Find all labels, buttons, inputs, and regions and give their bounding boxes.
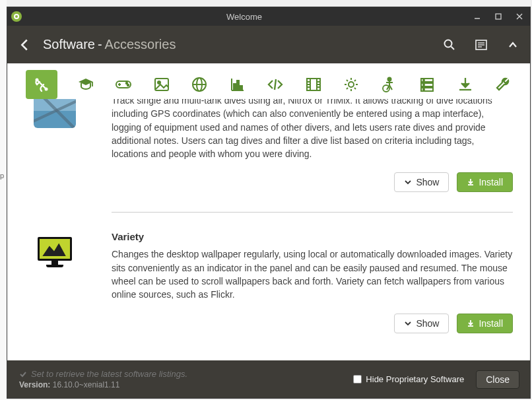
svg-point-47 bbox=[423, 84, 424, 86]
show-button-label: Show bbox=[416, 318, 439, 329]
svg-rect-3 bbox=[496, 14, 501, 19]
breadcrumb-sub: Accessories bbox=[105, 37, 176, 52]
category-accessories[interactable] bbox=[26, 70, 57, 99]
window-controls bbox=[467, 7, 530, 26]
welcome-window: Welcome Software - Accessories bbox=[7, 7, 531, 399]
category-programming[interactable] bbox=[265, 75, 285, 94]
app-description: Changes the desktop wallpaper regularly,… bbox=[112, 248, 513, 301]
svg-point-41 bbox=[387, 78, 391, 81]
category-office[interactable] bbox=[228, 75, 248, 94]
svg-rect-28 bbox=[237, 81, 239, 90]
show-button-label: Show bbox=[416, 177, 439, 187]
apps-list[interactable]: Track single and multi-tank dives using … bbox=[34, 99, 513, 360]
install-button[interactable]: Install bbox=[457, 172, 513, 192]
breadcrumb-main[interactable]: Software bbox=[43, 37, 95, 52]
listing-status: Set to retrieve the latest software list… bbox=[19, 369, 187, 379]
version-label: Version: bbox=[19, 380, 50, 389]
app-item-variety: Variety Changes the desktop wallpaper re… bbox=[34, 231, 513, 352]
close-window-button[interactable] bbox=[509, 7, 530, 26]
app-menu-icon[interactable] bbox=[11, 11, 22, 22]
app-item-subsurface: Track single and multi-tank dives using … bbox=[34, 99, 513, 212]
svg-point-46 bbox=[423, 80, 424, 81]
chevron-down-icon bbox=[404, 319, 412, 327]
hide-proprietary-label: Hide Proprietary Software bbox=[366, 374, 464, 384]
install-button-label: Install bbox=[479, 318, 503, 329]
download-icon bbox=[467, 319, 475, 327]
titlebar: Welcome bbox=[7, 7, 530, 26]
show-button[interactable]: Show bbox=[394, 314, 449, 333]
window-title: Welcome bbox=[22, 12, 467, 22]
category-system[interactable] bbox=[341, 75, 361, 94]
svg-point-48 bbox=[423, 89, 424, 90]
app-description: Track single and multi-tank dives using … bbox=[112, 99, 513, 160]
category-downloads[interactable] bbox=[455, 75, 475, 94]
search-button[interactable] bbox=[443, 38, 456, 51]
svg-point-19 bbox=[127, 84, 129, 86]
background-text-fragment: p bbox=[0, 172, 4, 180]
toolbar: Software - Accessories bbox=[7, 26, 530, 63]
svg-rect-29 bbox=[240, 86, 242, 90]
back-button[interactable] bbox=[18, 38, 31, 51]
version-info: Version: 16.10.0~xenial1.11 bbox=[19, 380, 187, 389]
listing-status-text: Set to retrieve the latest software list… bbox=[31, 369, 187, 379]
category-accessibility[interactable] bbox=[380, 75, 399, 94]
category-tools[interactable] bbox=[493, 75, 513, 94]
svg-point-1 bbox=[15, 15, 18, 18]
background-window-edge bbox=[0, 0, 7, 400]
check-icon bbox=[19, 370, 27, 378]
svg-point-18 bbox=[126, 83, 127, 84]
download-icon bbox=[467, 178, 475, 186]
minimize-button[interactable] bbox=[467, 7, 488, 26]
collapse-up-button[interactable] bbox=[506, 38, 519, 51]
category-graphics[interactable] bbox=[152, 75, 172, 94]
hide-proprietary-checkbox[interactable]: Hide Proprietary Software bbox=[353, 374, 464, 384]
statusbar: Set to retrieve the latest software list… bbox=[7, 360, 530, 398]
category-strip bbox=[26, 70, 513, 99]
category-video[interactable] bbox=[304, 75, 323, 94]
version-value: 16.10.0~xenial1.11 bbox=[53, 380, 120, 389]
svg-line-7 bbox=[451, 46, 455, 50]
app-icon-subsurface bbox=[34, 99, 76, 128]
install-button-label: Install bbox=[479, 177, 503, 187]
svg-point-13 bbox=[45, 88, 48, 91]
svg-point-12 bbox=[36, 79, 39, 82]
breadcrumb-separator: - bbox=[98, 37, 102, 52]
chevron-down-icon bbox=[404, 178, 412, 186]
svg-point-40 bbox=[349, 82, 354, 87]
close-button[interactable]: Close bbox=[476, 370, 519, 389]
content-area: Track single and multi-tank dives using … bbox=[7, 63, 530, 360]
show-button[interactable]: Show bbox=[394, 172, 449, 192]
svg-point-6 bbox=[445, 40, 452, 47]
svg-line-30 bbox=[275, 79, 276, 90]
svg-rect-27 bbox=[234, 84, 236, 90]
app-icon-variety bbox=[34, 231, 76, 273]
category-servers[interactable] bbox=[417, 75, 437, 94]
svg-point-21 bbox=[158, 81, 160, 84]
app-title: Variety bbox=[112, 231, 513, 242]
category-education[interactable] bbox=[76, 75, 96, 94]
maximize-button[interactable] bbox=[488, 7, 509, 26]
toolbar-actions bbox=[443, 38, 519, 51]
svg-point-42 bbox=[383, 85, 389, 92]
checkbox-box bbox=[353, 375, 362, 383]
install-button[interactable]: Install bbox=[457, 314, 513, 333]
app-divider bbox=[112, 212, 513, 213]
news-button[interactable] bbox=[475, 38, 488, 51]
category-games[interactable] bbox=[114, 75, 133, 94]
category-internet[interactable] bbox=[189, 75, 209, 94]
